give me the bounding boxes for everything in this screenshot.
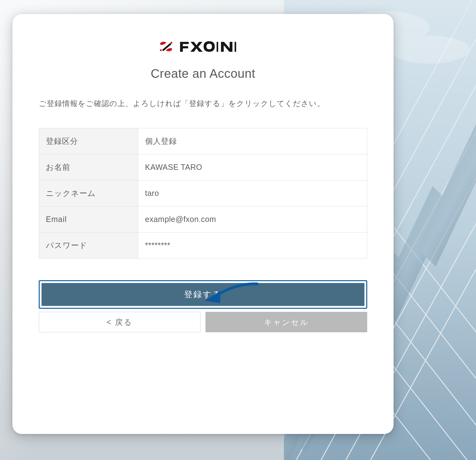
field-value: ******** (138, 232, 367, 259)
table-row: ニックネーム taro (39, 180, 367, 206)
svg-rect-12 (235, 42, 236, 52)
page-title: Create an Account (39, 67, 367, 81)
back-button[interactable]: < 戻る (39, 312, 201, 332)
submit-button[interactable]: 登録する (42, 283, 364, 306)
field-value: example@fxon.com (138, 206, 367, 232)
cancel-button[interactable]: キャンセル (205, 312, 367, 332)
svg-point-9 (170, 42, 172, 44)
signup-card: Create an Account ご登録情報をご確認の上、よろしければ「登録す… (12, 14, 394, 434)
table-row: お名前 KAWASE TARO (39, 154, 367, 180)
field-label: ニックネーム (39, 180, 138, 206)
table-row: 登録区分 個人登録 (39, 128, 367, 154)
brand-logo (39, 39, 367, 54)
field-value: KAWASE TARO (138, 154, 367, 180)
field-value: 個人登録 (138, 128, 367, 154)
field-value: taro (138, 180, 367, 206)
table-row: パスワード ******** (39, 232, 367, 259)
submit-highlight: 登録する (39, 280, 367, 309)
table-row: Email example@fxon.com (39, 206, 367, 232)
registration-summary-table: 登録区分 個人登録 お名前 KAWASE TARO ニックネーム taro Em… (39, 128, 367, 259)
field-label: Email (39, 206, 138, 232)
svg-point-8 (389, 36, 470, 64)
instructions-text: ご登録情報をご確認の上、よろしければ「登録する」をクリックしてください。 (39, 98, 367, 109)
field-label: 登録区分 (39, 128, 138, 154)
svg-point-10 (160, 49, 162, 51)
field-label: パスワード (39, 232, 138, 259)
field-label: お名前 (39, 154, 138, 180)
svg-rect-11 (217, 42, 218, 52)
